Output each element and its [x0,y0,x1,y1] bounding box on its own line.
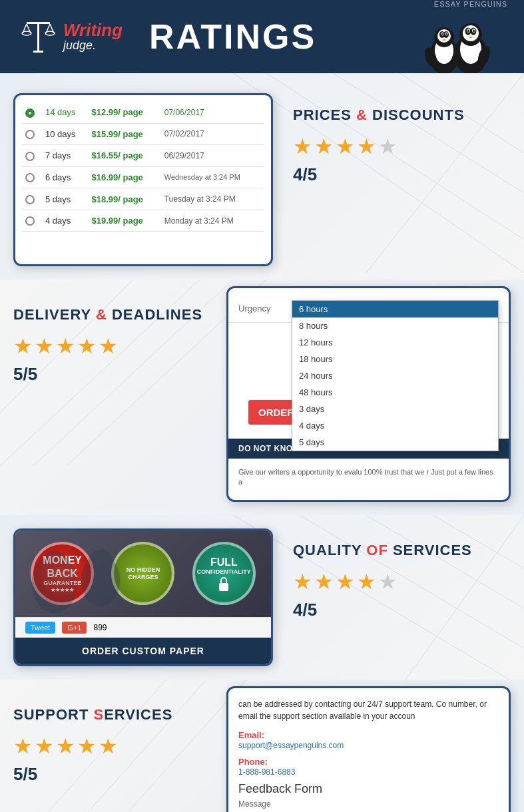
section-quality: MONEY BACK guarantee ★★★★★ NO HIDDEN CHA… [0,515,524,680]
svg-point-48 [40,550,69,583]
scales-icon [20,19,57,55]
urgency-dropdown-container: 14 days ▲ 6 hours 8 hours 12 hours 18 ho… [292,300,499,317]
radio-btn[interactable] [25,130,35,139]
support-text: can be addressed by contacting our 24/7 … [238,698,499,722]
star-5: ★ [378,569,397,594]
page-title: RATINGS [149,17,316,57]
star-3: ★ [336,134,355,159]
dropdown-item-18hours[interactable]: 18 hours [292,351,498,367]
order-custom-button[interactable]: ORDER CUSTOM PAPER [15,638,271,664]
svg-point-7 [45,31,55,35]
quality-content: MONEY BACK guarantee ★★★★★ NO HIDDEN CHA… [13,528,511,666]
logo-text: Writing judge. [63,21,123,53]
radio-btn[interactable] [25,216,35,226]
table-row: 4 days $19.99/ page Monday at 3:24 PM [22,210,264,232]
radio-btn[interactable] [25,173,35,182]
star-4: ★ [357,134,376,159]
section-support: SUPPORT SERVICES ★ ★ ★ ★ ★ 5/5 can be ad… [0,680,524,812]
bg-penguins [15,530,271,617]
star-2: ★ [314,134,334,159]
phone-label: Phone: [238,757,268,767]
svg-point-50 [87,549,113,578]
section-delivery: DELIVERY & DEADLINES ★ ★ ★ ★ ★ 5/5 Urgen… [0,280,524,515]
urgency-box: Urgency 14 days ▲ 6 hours 8 hours 12 hou… [226,286,511,502]
star-4: ★ [77,733,97,759]
urgency-dropdown-list: 6 hours 8 hours 12 hours 18 hours 24 hou… [292,300,499,451]
social-row: Tweet G+1 899 [15,617,271,638]
star-3: ★ [336,569,355,594]
logo-writing: Writing [63,21,123,40]
logo: Writing judge. [20,19,123,55]
section-prices: 14 days $12.99/ page 07/06/2017 10 days … [0,73,524,280]
pricing-table: 14 days $12.99/ page 07/06/2017 10 days … [22,102,264,232]
table-row: 10 days $15.99/ page 07/02/2017 [22,123,264,145]
phone-value: 1-888-981-6883 [238,767,499,777]
delivery-title: DELIVERY & DEADLINES [13,306,213,323]
star-4: ★ [357,569,376,594]
support-stars: ★ ★ ★ ★ ★ [13,733,213,759]
star-5: ★ [378,134,397,159]
support-info: SUPPORT SERVICES ★ ★ ★ ★ ★ 5/5 [13,693,213,812]
quality-info: QUALITY OF SERVICES ★ ★ ★ ★ ★ 4/5 [293,528,472,666]
svg-point-23 [463,25,479,41]
dropdown-item-8hours[interactable]: 8 hours [292,317,498,334]
star-2: ★ [35,333,54,359]
star-3: ★ [56,333,75,359]
essay-penguins-label: ESSAY PENGUINS [434,0,507,8]
urgency-label: Urgency [238,304,292,313]
prices-rating: 4/5 [293,164,511,185]
support-title: SUPPORT SERVICES [13,706,213,723]
message-label: Message [238,799,499,809]
table-row: 6 days $16.99/ page Wednesday at 3:24 PM [22,166,264,188]
prices-stars: ★ ★ ★ ★ ★ [293,134,511,159]
dropdown-item-3days[interactable]: 3 days [292,401,498,417]
prices-info: PRICES & DISCOUNTS ★ ★ ★ ★ ★ 4/5 [293,93,511,266]
dropdown-item-4days[interactable]: 4 days [292,417,498,434]
radio-btn[interactable] [25,152,35,161]
dropdown-item-24hours[interactable]: 24 hours [292,367,498,384]
svg-point-17 [442,33,443,35]
star-4: ★ [77,333,97,359]
guarantees-screenshot: MONEY BACK guarantee ★★★★★ NO HIDDEN CHA… [13,528,273,666]
star-2: ★ [35,733,54,759]
logo-judge: judge. [63,39,123,53]
prices-content: 14 days $12.99/ page 07/06/2017 10 days … [13,93,511,266]
support-content: SUPPORT SERVICES ★ ★ ★ ★ ★ 5/5 can be ad… [13,693,511,812]
dropdown-item-5days[interactable]: 5 days [292,434,498,451]
quality-title: QUALITY OF SERVICES [293,542,472,559]
give-writers-text: Give our writers a opportunity to evalu … [228,462,509,493]
star-2: ★ [314,569,334,594]
phone-section: Phone: 1-888-981-6883 [238,755,499,777]
delivery-content: DELIVERY & DEADLINES ★ ★ ★ ★ ★ 5/5 Urgen… [13,293,511,502]
gplus-button[interactable]: G+1 [62,622,87,634]
radio-btn[interactable] [25,195,35,204]
dropdown-item-6hours[interactable]: 6 hours [292,301,498,317]
dropdown-item-48hours[interactable]: 48 hours [292,384,498,401]
delivery-stars: ★ ★ ★ ★ ★ [13,333,213,359]
feedback-title: Feedback Form [238,782,499,796]
star-5: ★ [99,333,118,359]
tweet-button[interactable]: Tweet [25,622,55,634]
svg-rect-1 [27,22,50,24]
svg-point-29 [473,30,475,33]
quality-stars: ★ ★ ★ ★ ★ [293,569,472,594]
dropdown-item-12hours[interactable]: 12 hours [292,334,498,351]
penguins-logo [404,9,511,76]
pricing-screenshot: 14 days $12.99/ page 07/06/2017 10 days … [13,93,273,266]
star-1: ★ [293,569,312,594]
quality-rating: 4/5 [293,600,472,620]
star-1: ★ [13,733,33,759]
email-label: Email: [238,730,264,740]
support-rating: 5/5 [13,764,213,785]
gplus-count: 899 [93,623,107,632]
support-box: can be addressed by contacting our 24/7 … [226,686,511,812]
radio-selected[interactable] [25,108,35,118]
email-value: support@essaypenguins.com [238,741,499,750]
support-screenshot: can be addressed by contacting our 24/7 … [226,686,511,812]
svg-rect-0 [37,22,39,52]
main-content: 14 days $12.99/ page 07/06/2017 10 days … [0,73,524,812]
prices-title: PRICES & DISCOUNTS [293,106,511,124]
email-section: Email: support@essaypenguins.com [238,729,499,750]
svg-point-18 [446,33,447,35]
delivery-rating: 5/5 [13,364,213,385]
